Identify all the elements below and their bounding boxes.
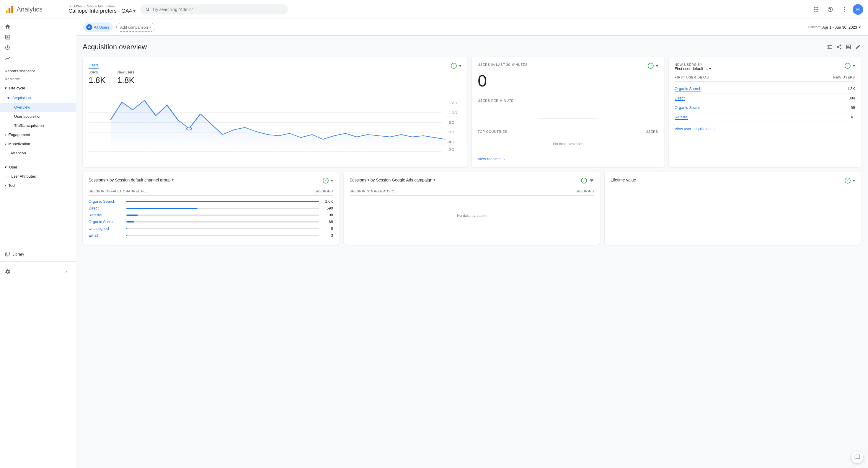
realtime-dropdown-icon[interactable]: ▾ — [656, 63, 658, 68]
new-users-table: Organic Search 1.3K Direct 384 Organic S… — [675, 84, 855, 122]
reports-snapshot-label: Reports snapshot — [0, 64, 75, 74]
date-range-picker[interactable]: Custom Apr 1 - Jun 30, 2023 ▾ — [808, 25, 861, 30]
sessions-channel-dropdown[interactable]: ▾ — [331, 178, 333, 183]
svg-rect-4 — [815, 7, 816, 8]
feedback-button[interactable] — [851, 452, 863, 463]
bar-fill — [126, 201, 319, 202]
more-options-button[interactable] — [838, 4, 850, 15]
svg-point-12 — [844, 7, 845, 8]
sidebar-item-explore[interactable] — [0, 42, 75, 53]
add-icon: + — [149, 25, 151, 30]
breadcrumb-dropdown-icon: ▾ — [133, 8, 135, 14]
sidebar-item-advertising[interactable] — [0, 53, 75, 64]
new-users-subtitle[interactable]: First user default … ▾ — [675, 66, 711, 71]
users-per-minute-label: USERS PER MINUTE — [478, 99, 658, 102]
sidebar-item-realtime[interactable]: Realtime — [0, 74, 75, 83]
bar-container — [126, 214, 319, 216]
sessions-ads-dropdown-icon[interactable]: ▾ — [368, 178, 369, 182]
sidebar-item-engagement[interactable]: › Engagement — [0, 130, 75, 139]
cards-row-1: Users Users 1.8K New users 1. — [83, 57, 861, 167]
logo-area: Analytics — [5, 5, 64, 14]
all-users-chip[interactable]: A All Users — [83, 23, 113, 32]
sessions-ads-card-icons: ✓ — [581, 178, 594, 183]
overview-card-icons: ✓ ▾ — [451, 63, 461, 69]
customize-report-icon[interactable] — [827, 44, 833, 50]
monetization-chevron-icon: › — [5, 142, 6, 146]
sidebar-item-settings[interactable] — [5, 266, 11, 277]
sidebar-item-retention[interactable]: Retention — [0, 148, 75, 158]
svg-point-21 — [187, 127, 192, 130]
user-chevron-icon: ▾ — [5, 165, 7, 169]
content-area: A All Users Add comparison + Custom Apr … — [75, 19, 868, 468]
help-button[interactable] — [824, 4, 836, 15]
avatar[interactable]: M — [852, 4, 863, 15]
sidebar-item-traffic-acquisition[interactable]: Traffic acquisition — [0, 121, 75, 130]
lifetime-card-icons: ✓ ▾ — [845, 178, 855, 183]
svg-text:40: 40 — [448, 140, 454, 144]
sidebar-item-reports[interactable] — [0, 32, 75, 42]
sidebar-item-user-attributes[interactable]: › User Attributes — [0, 172, 75, 181]
sessions-ads-title: Sessions ▾ by Session Google Ads campaig… — [349, 178, 435, 182]
new-users-dropdown-icon: ▾ — [709, 66, 711, 71]
realtime-arrow-icon: → — [502, 157, 506, 161]
sidebar-item-tech[interactable]: › Tech — [0, 181, 75, 190]
explore-icon — [5, 45, 11, 51]
table-row: Direct 384 — [675, 94, 855, 103]
svg-rect-1 — [8, 8, 10, 13]
sessions-ads-table-header: SESSION GOOGLE ADS C… SESSIONS — [349, 190, 594, 196]
svg-rect-5 — [817, 7, 818, 8]
bar-container — [126, 208, 319, 209]
overview-card: Users Users 1.8K New users 1. — [83, 57, 467, 167]
view-realtime-link[interactable]: View realtime → — [478, 157, 658, 161]
filter-icon[interactable] — [589, 178, 594, 183]
realtime-section-label: USERS IN LAST 30 MINUTES — [478, 63, 528, 66]
lifetime-dropdown-icon[interactable]: ▾ — [853, 178, 855, 183]
user-acquisition-arrow-icon: → — [712, 127, 716, 131]
new-users-dropdown-chevron[interactable]: ▾ — [853, 63, 855, 68]
realtime-status-icon: ✓ — [648, 63, 654, 69]
countries-header: TOP COUNTRIES USERS — [478, 130, 658, 133]
sidebar-item-monetization[interactable]: › Monetization — [0, 139, 75, 148]
sessions-channel-status-icon: ✓ — [323, 178, 329, 183]
main-content: Acquisition overview — [75, 36, 868, 257]
svg-rect-6 — [814, 9, 815, 10]
sidebar-item-user-acquisition[interactable]: User acquisition — [0, 112, 75, 121]
edit-icon[interactable] — [855, 44, 861, 50]
tech-chevron-icon: › — [5, 183, 6, 188]
sidebar-item-overview[interactable]: Overview — [0, 103, 75, 112]
user-attributes-chevron-icon: › — [7, 174, 8, 178]
sidebar-item-home[interactable] — [0, 21, 75, 32]
insights-icon[interactable] — [845, 44, 851, 50]
channel-dropdown-icon[interactable]: ▾ — [172, 178, 174, 182]
sidebar-item-library[interactable]: Library — [0, 249, 75, 259]
share-icon[interactable] — [836, 44, 842, 50]
svg-rect-0 — [6, 10, 7, 13]
overview-dropdown-icon[interactable]: ▾ — [459, 63, 461, 68]
sessions-channel-row: Email 3 — [89, 232, 333, 239]
status-check-icon: ✓ — [451, 63, 457, 69]
new-users-status-icon: ✓ — [845, 63, 850, 69]
users-metric: Users 1.8K — [89, 70, 106, 85]
table-row: Referral 41 — [675, 112, 855, 122]
realtime-card-icons: ✓ ▾ — [648, 63, 658, 69]
apps-button[interactable] — [810, 4, 822, 15]
sessions-channel-row: Unassigned 8 — [89, 225, 333, 232]
view-user-acquisition-link[interactable]: View user acquisition → — [675, 127, 855, 131]
sessions-channel-row: Direct 590 — [89, 205, 333, 211]
home-icon — [5, 24, 11, 30]
sidebar-item-lifecycle[interactable]: ▾ Life cycle — [0, 83, 75, 93]
realtime-divider-2 — [478, 126, 658, 126]
search-bar[interactable] — [140, 4, 288, 14]
add-comparison-button[interactable]: Add comparison + — [116, 23, 155, 32]
ads-campaign-dropdown-icon[interactable]: ▾ — [433, 178, 435, 182]
cards-row-2: Sessions ▾ by Session default channel gr… — [83, 172, 861, 245]
search-input[interactable] — [152, 7, 283, 12]
sidebar-collapse-button[interactable]: ‹ — [61, 267, 71, 276]
sessions-dropdown-icon[interactable]: ▾ — [106, 178, 108, 182]
sidebar-item-acquisition[interactable]: ● Acquisition — [0, 93, 75, 103]
sidebar-item-user[interactable]: ▾ User — [0, 163, 75, 172]
advertising-icon — [5, 56, 11, 61]
breadcrumb-main[interactable]: Calliope-Interpreters - GA4 ▾ — [68, 8, 135, 14]
realtime-big-number: 0 — [478, 71, 658, 90]
sidebar-divider — [0, 160, 75, 160]
